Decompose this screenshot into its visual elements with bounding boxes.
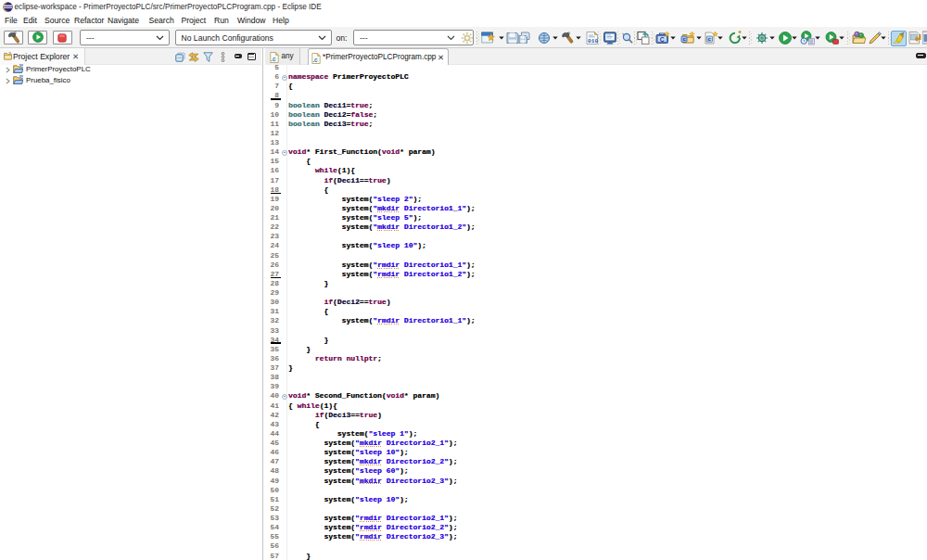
- svg-text:C: C: [20, 65, 23, 69]
- svg-text:010: 010: [588, 38, 598, 45]
- svg-text:.c: .c: [312, 56, 318, 62]
- svg-text:C: C: [660, 36, 665, 43]
- svg-text:C: C: [20, 76, 23, 80]
- svg-text:.c: .c: [271, 55, 276, 61]
